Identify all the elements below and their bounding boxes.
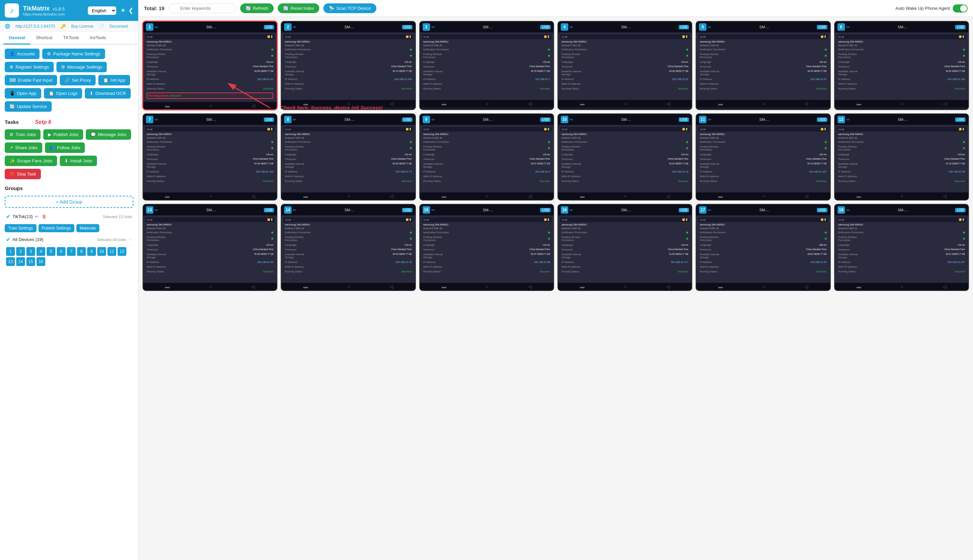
accounts-button[interactable]: 👤 Accounts bbox=[5, 48, 40, 59]
sun-icon[interactable]: ☀ bbox=[120, 7, 126, 14]
nav-icon-1-17: ▬ bbox=[718, 284, 723, 289]
device-number-2[interactable]: 2 bbox=[16, 247, 25, 256]
download-ocr-button[interactable]: ⬇ Download OCR bbox=[85, 88, 130, 98]
update-icon: 🔄 bbox=[10, 104, 15, 109]
follow-jobs-button[interactable]: 👥 Follow Jobs bbox=[45, 142, 85, 153]
device-number-9[interactable]: 9 bbox=[87, 247, 96, 256]
device-card-1[interactable]: 1 ✏ SM-... USB 10:46 📶🔋 samsung SM-N950U… bbox=[142, 21, 278, 110]
document-link[interactable]: Document bbox=[109, 24, 128, 29]
device-edit-icon-3[interactable]: ✏ bbox=[431, 25, 435, 30]
open-logs-button[interactable]: 📋 Open Logs bbox=[44, 88, 82, 98]
device-number-14[interactable]: 14 bbox=[16, 257, 25, 266]
scan-tcp-button[interactable]: 📡 Scan TCP Device bbox=[323, 3, 376, 13]
message-settings-button[interactable]: ⚙ Message Settings bbox=[57, 62, 107, 72]
device-edit-icon-14[interactable]: ✏ bbox=[293, 208, 297, 213]
materials-button[interactable]: Materials bbox=[76, 224, 100, 232]
open-app-button[interactable]: 📱 Open App bbox=[5, 88, 41, 98]
publish-settings-button[interactable]: Publish Settings bbox=[38, 224, 74, 232]
device-card-16[interactable]: 16 ✏ SM-... USB 10:46 📶🔋 samsung SM-N950… bbox=[557, 204, 692, 291]
device-edit-icon-5[interactable]: ✏ bbox=[708, 25, 712, 30]
device-edit-icon-10[interactable]: ✏ bbox=[570, 117, 573, 122]
device-number-8[interactable]: 8 bbox=[77, 247, 86, 256]
device-card-8[interactable]: 8 ✏ SM-... USB 10:46 📶🔋 samsung SM-N950U… bbox=[281, 113, 416, 200]
device-card-14[interactable]: 14 ✏ SM-... USB 10:46 📶🔋 samsung SM-N950… bbox=[281, 204, 416, 291]
device-card-11[interactable]: 11 ✏ SM-... USB 10:46 📶🔋 samsung SM-N950… bbox=[695, 113, 831, 200]
device-edit-icon-18[interactable]: ✏ bbox=[846, 208, 850, 213]
device-card-15[interactable]: 15 ✏ SM-... USB 10:46 📶🔋 samsung SM-N950… bbox=[419, 204, 554, 291]
package-name-button[interactable]: ⚙ Package Name Settings bbox=[42, 48, 105, 59]
scrape-fans-jobs-button[interactable]: ✨ Scrape Fans Jobs bbox=[5, 156, 57, 166]
device-number-1[interactable]: 1 bbox=[6, 247, 15, 256]
back-icon[interactable]: ❮ bbox=[129, 7, 134, 14]
device-edit-icon-7[interactable]: ✏ bbox=[155, 117, 159, 122]
device-card-17[interactable]: 17 ✏ SM-... USB 10:46 📶🔋 samsung SM-N950… bbox=[695, 204, 831, 291]
update-service-button[interactable]: 🔄 Update Service bbox=[5, 101, 52, 112]
device-edit-icon-4[interactable]: ✏ bbox=[570, 25, 573, 30]
tab-shortcut[interactable]: Shortcut bbox=[30, 32, 57, 45]
device-edit-icon-2[interactable]: ✏ bbox=[293, 25, 297, 30]
edit-group-icon[interactable]: ✏ bbox=[35, 214, 38, 219]
device-card-6[interactable]: 6 ✏ SM-... USB 10:46 📶🔋 samsung SM-N950U… bbox=[834, 21, 969, 110]
device-edit-icon-6[interactable]: ✏ bbox=[846, 25, 850, 30]
reset-index-button[interactable]: 🔄 Reset Index bbox=[278, 3, 319, 13]
stop-task-button[interactable]: 🛑 Stop Task bbox=[5, 169, 41, 179]
device-number-5[interactable]: 5 bbox=[47, 247, 55, 256]
device-name-15: SM-... bbox=[483, 208, 493, 212]
device-number-15[interactable]: 15 bbox=[26, 257, 35, 266]
add-group-button[interactable]: + Add Group bbox=[5, 196, 134, 208]
device-card-3[interactable]: 3 ✏ SM-... USB 10:46 📶🔋 samsung SM-N950U… bbox=[419, 21, 554, 110]
buy-license-link[interactable]: Buy License bbox=[71, 24, 93, 29]
auto-wake-toggle[interactable] bbox=[953, 4, 968, 12]
register-settings-button[interactable]: ⚙ Register Settings bbox=[5, 62, 54, 72]
device-card-2[interactable]: 2 ✏ SM-... USB 10:46 📶🔋 samsung SM-N950U… bbox=[281, 21, 416, 110]
device-number-16[interactable]: 16 bbox=[37, 257, 45, 266]
device-card-5[interactable]: 5 ✏ SM-... USB 10:46 📶🔋 samsung SM-N950U… bbox=[695, 21, 831, 110]
publish-jobs-button[interactable]: ▶ Publish Jobs bbox=[43, 129, 83, 140]
device-number-12[interactable]: 12 bbox=[117, 247, 126, 256]
device-number-10[interactable]: 10 bbox=[97, 247, 106, 256]
device-card-9[interactable]: 9 ✏ SM-... USB 10:46 📶🔋 samsung SM-N950U… bbox=[419, 113, 554, 200]
device-num-badge-12: 12 bbox=[838, 116, 845, 123]
device-card-12[interactable]: 12 ✏ SM-... USB 10:46 📶🔋 samsung SM-N950… bbox=[834, 113, 969, 200]
device-number-13[interactable]: 13 bbox=[6, 257, 15, 266]
enable-fast-input-button[interactable]: ⌨ Enable Fast Input bbox=[5, 75, 57, 85]
device-card-10[interactable]: 10 ✏ SM-... USB 10:46 📶🔋 samsung SM-N950… bbox=[557, 113, 692, 200]
device-card-13[interactable]: 13 ✏ SM-... USB 10:46 📶🔋 samsung SM-N950… bbox=[142, 204, 278, 291]
set-proxy-button[interactable]: 🔗 Set Proxy bbox=[60, 75, 95, 85]
device-number-7[interactable]: 7 bbox=[67, 247, 76, 256]
message-jobs-button[interactable]: 💬 Message Jobs bbox=[86, 129, 131, 140]
search-input[interactable] bbox=[169, 3, 236, 13]
train-jobs-button[interactable]: ⚙ Train Jobs bbox=[5, 129, 40, 140]
share-jobs-button[interactable]: ↗ Share Jobs bbox=[5, 142, 42, 153]
nav-icon-1-11: ▬ bbox=[718, 193, 723, 199]
delete-group-icon[interactable]: 🗑 bbox=[42, 214, 46, 219]
device-card-18[interactable]: 18 ✏ SM-... USB 10:46 📶🔋 samsung SM-N950… bbox=[834, 204, 969, 291]
device-edit-icon-1[interactable]: ✏ bbox=[155, 25, 159, 30]
device-number-3[interactable]: 3 bbox=[26, 247, 35, 256]
device-number-4[interactable]: 4 bbox=[37, 247, 45, 256]
tab-tktools[interactable]: TKTools bbox=[58, 32, 84, 45]
language-select[interactable]: English Chinese bbox=[88, 7, 116, 15]
install-jobs-button[interactable]: ⬇ Install Jobs bbox=[60, 156, 97, 166]
device-edit-icon-11[interactable]: ✏ bbox=[708, 117, 712, 122]
init-app-button[interactable]: 📋 Init App bbox=[98, 75, 130, 85]
refresh-button[interactable]: 🔄 Refresh bbox=[240, 3, 274, 13]
local-link[interactable]: http://127.0.0.1:64370 bbox=[15, 24, 55, 29]
device-edit-icon-9[interactable]: ✏ bbox=[431, 117, 435, 122]
device-name-8: SM-... bbox=[344, 117, 354, 122]
device-edit-icon-8[interactable]: ✏ bbox=[293, 117, 297, 122]
device-edit-icon-13[interactable]: ✏ bbox=[155, 208, 159, 213]
device-number-6[interactable]: 6 bbox=[57, 247, 65, 256]
doc-icon: 📄 bbox=[99, 23, 104, 29]
device-card-4[interactable]: 4 ✏ SM-... USB 10:46 📶🔋 samsung SM-N950U… bbox=[557, 21, 692, 110]
device-card-7[interactable]: 7 ✏ SM-... USB 10:46 📶🔋 samsung SM-N950U… bbox=[142, 113, 278, 200]
device-edit-icon-17[interactable]: ✏ bbox=[708, 208, 712, 213]
tab-instools[interactable]: InsTools bbox=[84, 32, 112, 45]
tab-general[interactable]: General bbox=[3, 32, 30, 45]
device-number-11[interactable]: 11 bbox=[107, 247, 116, 256]
device-edit-icon-12[interactable]: ✏ bbox=[846, 117, 850, 122]
nav-icon-2-7: ○ bbox=[209, 193, 212, 199]
train-settings-button[interactable]: Train Settings bbox=[5, 224, 37, 232]
device-edit-icon-15[interactable]: ✏ bbox=[431, 208, 435, 213]
device-edit-icon-16[interactable]: ✏ bbox=[570, 208, 573, 213]
